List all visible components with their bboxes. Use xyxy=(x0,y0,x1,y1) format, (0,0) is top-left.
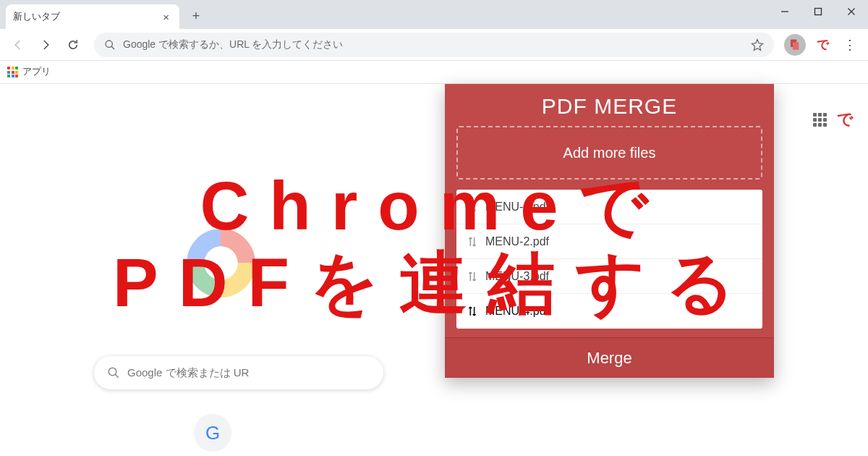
extension-de-button[interactable]: で xyxy=(812,34,833,56)
file-name: MENU-4.pdf xyxy=(485,305,549,318)
file-row[interactable]: MENU-1.pdf xyxy=(456,190,762,224)
file-row[interactable]: MENU-4.pdf xyxy=(456,294,762,329)
drag-handle-icon[interactable] xyxy=(467,201,478,213)
tab-title: 新しいタブ xyxy=(13,11,60,23)
svg-point-8 xyxy=(109,368,116,376)
center-search-placeholder: Google で検索または UR xyxy=(127,366,249,380)
svg-rect-7 xyxy=(793,42,799,50)
extension-pdfmerge-button[interactable] xyxy=(784,34,806,56)
file-row[interactable]: MENU-3.pdf xyxy=(456,259,762,294)
search-icon xyxy=(107,366,120,379)
bookmarks-bar: アプリ xyxy=(0,61,868,84)
merge-button-label: Merge xyxy=(587,349,631,368)
shortcut-google[interactable]: G xyxy=(194,414,231,452)
file-name: MENU-3.pdf xyxy=(485,270,549,283)
close-button[interactable] xyxy=(835,0,868,23)
svg-rect-1 xyxy=(815,9,822,15)
content-top-right: で xyxy=(813,109,854,130)
apps-icon[interactable] xyxy=(7,67,18,77)
google-logo xyxy=(187,229,255,297)
omnibox[interactable]: Google で検索するか、URL を入力してください xyxy=(94,33,774,57)
toolbar: Google で検索するか、URL を入力してください で ⋮ xyxy=(0,29,868,61)
merge-button[interactable]: Merge xyxy=(445,337,774,378)
extension-de-icon[interactable]: で xyxy=(837,109,854,130)
drag-handle-icon[interactable] xyxy=(467,305,478,317)
center-search-box[interactable]: Google で検索または UR xyxy=(94,356,383,389)
dropzone-label: Add more files xyxy=(563,145,656,161)
tab-strip: 新しいタブ × + xyxy=(0,0,868,29)
file-name: MENU-1.pdf xyxy=(485,200,549,214)
popup-title: PDF MERGE xyxy=(456,94,762,119)
drag-handle-icon[interactable] xyxy=(467,236,478,248)
bookmark-star-icon[interactable] xyxy=(751,38,764,51)
svg-line-5 xyxy=(111,46,114,49)
apps-label[interactable]: アプリ xyxy=(22,66,51,78)
tab-new[interactable]: 新しいタブ × xyxy=(6,4,179,29)
forward-button[interactable] xyxy=(35,34,56,56)
chrome-menu-button[interactable]: ⋮ xyxy=(839,34,861,56)
drag-handle-icon[interactable] xyxy=(467,271,478,282)
tab-close-icon[interactable]: × xyxy=(160,11,172,23)
new-tab-button[interactable]: + xyxy=(185,5,207,27)
file-list: MENU-1.pdf MENU-2.pdf MENU-3.pdf MENU-4.… xyxy=(456,190,762,329)
file-name: MENU-2.pdf xyxy=(485,235,549,248)
search-icon xyxy=(104,39,116,51)
google-apps-icon[interactable] xyxy=(813,113,827,127)
pdf-merge-popup: PDF MERGE Add more files MENU-1.pdf MENU… xyxy=(445,84,774,378)
add-files-dropzone[interactable]: Add more files xyxy=(456,126,762,180)
window-controls xyxy=(768,0,868,23)
file-row[interactable]: MENU-2.pdf xyxy=(456,224,762,259)
maximize-button[interactable] xyxy=(801,0,835,23)
google-g-icon: G xyxy=(205,422,220,444)
back-button[interactable] xyxy=(7,34,29,56)
omnibox-placeholder: Google で検索するか、URL を入力してください xyxy=(123,38,343,51)
svg-point-4 xyxy=(106,41,112,47)
reload-button[interactable] xyxy=(62,34,84,56)
svg-line-9 xyxy=(115,374,119,378)
minimize-button[interactable] xyxy=(768,0,801,23)
new-tab-page: で Google で検索または UR G PDF MERGE Add more … xyxy=(0,84,868,456)
